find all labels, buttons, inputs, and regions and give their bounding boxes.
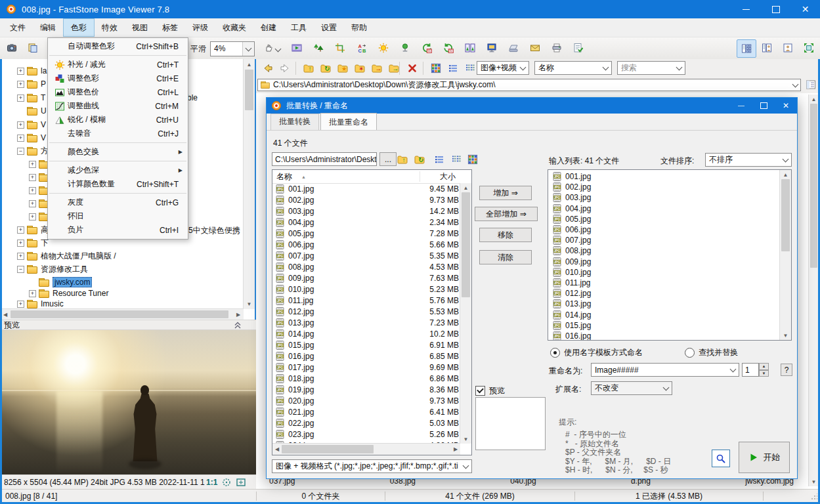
scroll-up-icon[interactable]: ▲	[780, 171, 791, 178]
selection-icon[interactable]	[221, 477, 232, 488]
dialog-detail-view-button[interactable]	[432, 152, 446, 166]
scroll-up-icon[interactable]: ▲	[460, 184, 471, 191]
file-row-018.jpg[interactable]: JPG018.jpg6.86 MB	[275, 373, 460, 384]
rename-dropdown-icon[interactable]	[727, 364, 739, 376]
tree-expander-icon[interactable]: +	[17, 121, 24, 129]
color-menu-item-7[interactable]: 去噪音Ctrl+J	[48, 127, 188, 140]
scroll-down-icon[interactable]: ▼	[809, 478, 819, 485]
search-combo[interactable]: 搜索	[617, 61, 685, 75]
scroll-right-icon[interactable]: ▶	[234, 309, 242, 320]
tree-item-高[interactable]: +高	[17, 224, 49, 236]
file-row-001.jpg[interactable]: JPG001.jpg9.45 MB	[275, 183, 460, 194]
file-row-017.jpg[interactable]: JPG017.jpg9.69 MB	[275, 362, 460, 373]
address-dropdown-icon[interactable]	[790, 84, 800, 87]
preview-checkbox-row[interactable]: 预览	[475, 385, 505, 396]
address-input[interactable]: C:\Users\Administrator\Desktop\Down\资源修改…	[257, 79, 801, 91]
color-menu-item-13[interactable]: 负片Ctrl+I	[48, 223, 188, 237]
file-row-009.jpg[interactable]: JPG009.jpg7.63 MB	[275, 272, 460, 284]
extension-dropdown-icon[interactable]	[660, 382, 672, 394]
menubar-item-5[interactable]: 视图	[125, 18, 155, 37]
screen-capture-button[interactable]	[3, 39, 21, 56]
spin-up-icon[interactable]: ▲	[759, 363, 769, 370]
scroll-right-icon[interactable]: ▶	[452, 444, 459, 455]
tree-item-P[interactable]: +P	[17, 78, 46, 90]
back-button[interactable]	[260, 60, 276, 75]
filter-type-combo[interactable]: 图像+视频	[477, 61, 529, 75]
template-radio[interactable]	[550, 348, 560, 358]
color-menu-item-11[interactable]: 灰度Ctrl+G	[48, 196, 188, 209]
red-eye-button[interactable]	[396, 39, 414, 56]
menubar-item-6[interactable]: 标签	[155, 18, 185, 37]
menubar-item-8[interactable]: 收藏夹	[215, 18, 253, 37]
format-filter-combo[interactable]: 图像 + 视频格式 (*.jpg;*.jpe;*.jpeg;*.jfif;*.b…	[272, 459, 472, 473]
list-view-button[interactable]	[462, 60, 478, 75]
dialog-path-input[interactable]: C:\Users\Administrator\Desktop	[272, 152, 377, 166]
file-row-002.jpg[interactable]: JPG002.jpg9.73 MB	[275, 194, 460, 205]
adjust-lighting-button[interactable]	[374, 39, 393, 56]
color-menu-item-6[interactable]: 锐化 / 模糊Ctrl+U	[48, 113, 188, 127]
menubar-item-1[interactable]: 文件	[3, 18, 33, 37]
tree-expander-icon[interactable]: +	[17, 301, 24, 308]
tree-expander-icon[interactable]: +	[17, 81, 24, 88]
fullscreen-button[interactable]	[800, 39, 818, 56]
up-folder-button[interactable]: ↑	[301, 60, 316, 75]
compare-button[interactable]	[461, 39, 479, 56]
start-button[interactable]: 开始	[739, 442, 790, 473]
tree-expander-icon[interactable]: +	[29, 161, 36, 168]
menubar-item-7[interactable]: 评级	[185, 18, 215, 37]
dialog-maximize-button[interactable]	[752, 98, 775, 114]
resize-grip[interactable]	[811, 494, 817, 500]
tree-expander-icon[interactable]: +	[17, 68, 24, 75]
file-row-005.jpg[interactable]: JPG005.jpg7.28 MB	[275, 228, 460, 239]
spin-down-icon[interactable]: ▼	[759, 370, 769, 377]
input-file-row-011.jpg[interactable]: JPG011.jpg	[552, 278, 780, 288]
hand-tool-button[interactable]	[260, 39, 284, 56]
color-menu-item-4[interactable]: 调整色价Ctrl+L	[48, 85, 188, 99]
close-button[interactable]: ✕	[790, 0, 820, 18]
tree-item-方[interactable]: −方	[17, 145, 49, 157]
color-menu-item-12[interactable]: 怀旧	[48, 209, 188, 223]
dialog-tab-2[interactable]: 批量重命名	[320, 113, 377, 131]
new-folder-button[interactable]: ✶	[352, 60, 368, 75]
tree-expander-icon[interactable]: −	[17, 148, 24, 155]
list-header[interactable]: 名称 ▲ 大小	[272, 170, 471, 184]
tree-item-Imusic[interactable]: +Imusic	[17, 298, 64, 309]
dialog-up-folder-button[interactable]: ↑	[395, 152, 410, 166]
input-file-row-010.jpg[interactable]: JPG010.jpg	[552, 267, 780, 278]
file-row-010.jpg[interactable]: JPG010.jpg5.23 MB	[275, 284, 460, 295]
input-file-row-005.jpg[interactable]: JPG005.jpg	[552, 214, 780, 224]
tree-item-V[interactable]: +V	[17, 119, 46, 131]
email-button[interactable]	[526, 39, 544, 56]
template-radio-row[interactable]: 使用名字模板方式命名	[550, 347, 643, 358]
settings-button[interactable]	[569, 39, 588, 56]
copy-image-button[interactable]	[24, 39, 42, 56]
input-file-row-004.jpg[interactable]: JPG004.jpg	[552, 203, 780, 214]
color-menu-item-9[interactable]: 减少色深▶	[48, 163, 188, 177]
extension-combo[interactable]: 不改变	[591, 381, 672, 395]
color-menu-item-1[interactable]: 自动调整色彩Ctrl+Shift+B	[48, 39, 188, 53]
dialog-close-button[interactable]: ✕	[775, 98, 797, 114]
file-row-015.jpg[interactable]: JPG015.jpg6.91 MB	[275, 339, 460, 350]
browse-button[interactable]: ...	[379, 152, 397, 166]
search-dropdown-icon[interactable]	[674, 62, 685, 74]
dialog-title-bar[interactable]: 批量转换 / 重命名 ✕	[267, 98, 797, 114]
move-to-folder-button[interactable]: →	[369, 60, 385, 75]
menubar-item-3[interactable]: 色彩	[63, 18, 95, 37]
remove-button[interactable]: 移除	[479, 228, 532, 242]
dialog-refresh-folder-button[interactable]: ↻	[412, 152, 427, 166]
search-input[interactable]: 搜索	[618, 62, 674, 74]
menubar-item-10[interactable]: 工具	[284, 18, 314, 37]
thumbnail-view-button[interactable]	[428, 60, 444, 75]
tree-expander-icon[interactable]: +	[29, 200, 36, 207]
file-row-023.jpg[interactable]: JPG023.jpg5.26 MB	[275, 429, 460, 440]
tree-expander-icon[interactable]: +	[17, 253, 24, 260]
slideshow-button[interactable]	[288, 39, 306, 56]
dialog-minimize-button[interactable]	[730, 98, 752, 114]
file-row-014.jpg[interactable]: JPG014.jpg10.2 MB	[275, 328, 460, 339]
scroll-down-icon[interactable]: ▼	[780, 332, 791, 339]
crop-button[interactable]	[331, 39, 349, 56]
format-dropdown-icon[interactable]	[460, 460, 471, 472]
browser-vertical-scrollbar[interactable]: ▲ ▼	[808, 94, 819, 486]
add-button[interactable]: 增加 ⇒	[479, 186, 532, 200]
scroll-left-icon[interactable]: ◀	[1, 309, 9, 320]
